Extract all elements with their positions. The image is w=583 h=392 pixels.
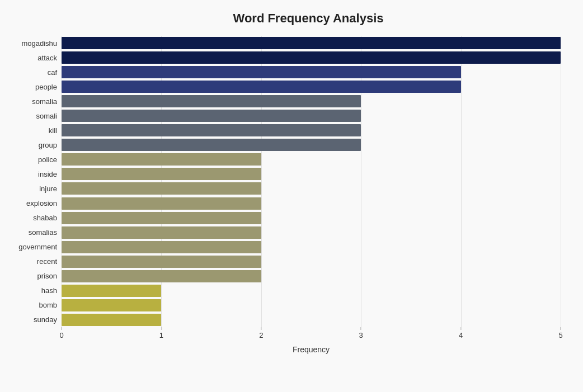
x-tick-line bbox=[61, 327, 62, 330]
y-label: explosion bbox=[11, 196, 57, 211]
x-tick-line bbox=[560, 327, 561, 330]
bar-row bbox=[62, 298, 561, 313]
bar-row bbox=[62, 152, 561, 167]
y-label: somalia bbox=[11, 94, 57, 108]
bar-row bbox=[62, 79, 561, 94]
bar bbox=[62, 256, 261, 268]
bar bbox=[62, 139, 361, 151]
y-label: somali bbox=[11, 108, 57, 123]
y-label: mogadishu bbox=[11, 36, 57, 50]
bar-row bbox=[62, 240, 561, 254]
bar bbox=[62, 197, 261, 210]
chart-container: Word Frequency Analysis mogadishuattackc… bbox=[0, 0, 583, 392]
y-label: caf bbox=[11, 65, 57, 79]
y-label: injure bbox=[11, 181, 57, 196]
bar-row bbox=[62, 65, 561, 79]
bar-row bbox=[62, 108, 561, 123]
x-tick-label: 0 bbox=[59, 331, 63, 339]
y-label: prison bbox=[11, 269, 57, 284]
x-axis: 012345 bbox=[62, 327, 561, 344]
bar bbox=[62, 299, 161, 311]
chart-area: mogadishuattackcafpeoplesomaliasomalikil… bbox=[11, 36, 561, 344]
bar-row bbox=[62, 196, 561, 211]
bar-row bbox=[62, 269, 561, 284]
x-tick-line bbox=[161, 327, 162, 330]
bars-area bbox=[62, 36, 561, 327]
bar-row bbox=[62, 284, 561, 298]
x-tick: 3 bbox=[359, 327, 363, 339]
x-tick-label: 5 bbox=[558, 331, 562, 339]
y-label: people bbox=[11, 79, 57, 94]
y-label: government bbox=[11, 240, 57, 254]
bar bbox=[62, 95, 361, 107]
y-label: inside bbox=[11, 167, 57, 181]
y-label: somalias bbox=[11, 225, 57, 240]
y-label: police bbox=[11, 152, 57, 167]
y-label: sunday bbox=[11, 313, 57, 327]
bar bbox=[62, 270, 261, 282]
x-tick: 2 bbox=[259, 327, 263, 339]
bar-row bbox=[62, 211, 561, 225]
bar bbox=[62, 153, 261, 166]
x-tick-line bbox=[460, 327, 461, 330]
bar-row bbox=[62, 225, 561, 240]
x-tick-label: 3 bbox=[359, 331, 363, 339]
x-tick: 1 bbox=[159, 327, 163, 339]
x-tick-label: 1 bbox=[159, 331, 163, 339]
bar-row bbox=[62, 36, 561, 50]
y-label: shabab bbox=[11, 211, 57, 225]
bar bbox=[62, 81, 461, 93]
bar bbox=[62, 168, 261, 180]
bar bbox=[62, 241, 261, 253]
x-tick-label: 4 bbox=[459, 331, 463, 339]
y-axis: mogadishuattackcafpeoplesomaliasomalikil… bbox=[11, 36, 62, 344]
bar bbox=[62, 212, 261, 224]
y-label: attack bbox=[11, 50, 57, 65]
x-tick: 0 bbox=[59, 327, 63, 339]
bar bbox=[62, 226, 261, 239]
bar bbox=[62, 182, 261, 195]
bar bbox=[62, 51, 561, 64]
x-tick-line bbox=[361, 327, 361, 330]
y-label: kill bbox=[11, 123, 57, 138]
chart-title: Word Frequency Analysis bbox=[11, 11, 561, 26]
bars-and-x: 012345 bbox=[62, 36, 561, 344]
bar bbox=[62, 110, 361, 122]
grid-line bbox=[561, 36, 561, 327]
bar bbox=[62, 285, 161, 297]
x-tick: 5 bbox=[558, 327, 562, 339]
bar bbox=[62, 37, 561, 49]
bar-row bbox=[62, 94, 561, 108]
x-axis-label: Frequency bbox=[11, 345, 561, 354]
x-tick: 4 bbox=[459, 327, 463, 339]
y-label: hash bbox=[11, 284, 57, 298]
bar-row bbox=[62, 138, 561, 152]
y-label: recent bbox=[11, 254, 57, 269]
y-label: bomb bbox=[11, 298, 57, 313]
bar-row bbox=[62, 123, 561, 138]
bar bbox=[62, 124, 361, 136]
bar-row bbox=[62, 313, 561, 327]
bar-row bbox=[62, 254, 561, 269]
x-tick-line bbox=[261, 327, 261, 330]
bar bbox=[62, 314, 161, 326]
y-label: group bbox=[11, 138, 57, 152]
bar bbox=[62, 66, 461, 78]
x-tick-label: 2 bbox=[259, 331, 263, 339]
bar-row bbox=[62, 181, 561, 196]
bar-row bbox=[62, 50, 561, 65]
bar-row bbox=[62, 167, 561, 181]
